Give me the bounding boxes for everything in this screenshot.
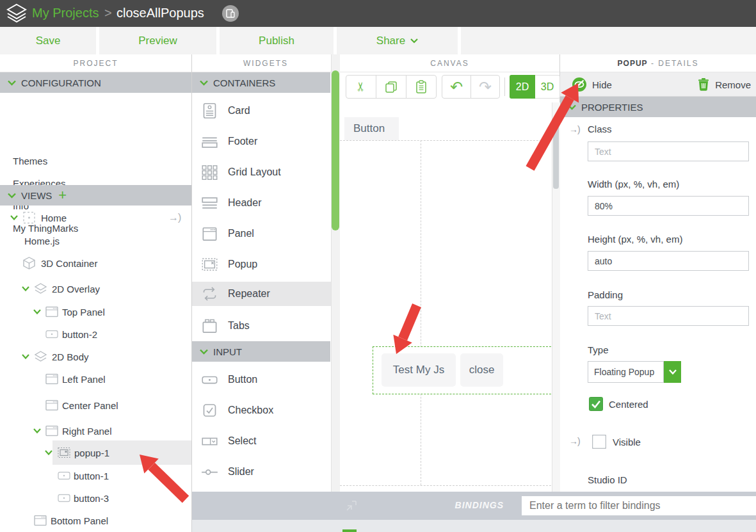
hide-button[interactable]: Hide <box>572 72 612 97</box>
breadcrumb-separator: > <box>104 6 112 20</box>
bindings-sub-strip <box>192 520 756 532</box>
chevron-down-icon[interactable] <box>45 450 52 455</box>
app-window: My Projects > closeAllPopups Save Previe… <box>0 0 756 532</box>
section-properties[interactable]: PROPERTIES <box>560 97 756 117</box>
nav-item-themes[interactable]: Themes <box>0 150 191 172</box>
canvas-close-button[interactable]: close <box>460 353 503 387</box>
widget-grid-layout[interactable]: Grid Layout <box>192 161 339 183</box>
layers-icon <box>34 351 47 362</box>
device-preview-icon[interactable] <box>222 5 239 22</box>
popup-widget-icon <box>201 256 218 273</box>
chevron-down-icon <box>200 80 208 86</box>
visible-checkbox[interactable]: Visible <box>592 435 695 449</box>
breadcrumb-my-projects[interactable]: My Projects <box>32 6 99 20</box>
panel-icon <box>45 374 58 385</box>
padding-input[interactable] <box>588 306 749 326</box>
bindings-filter-input[interactable] <box>522 496 756 515</box>
tree-item-2d-body[interactable]: 2D Body <box>0 346 191 367</box>
section-input[interactable]: INPUT <box>192 341 330 362</box>
breadcrumb-project-title: closeAllPopups <box>117 6 204 20</box>
button-icon <box>45 330 58 339</box>
remove-button[interactable]: Remove <box>696 72 751 97</box>
undo-button[interactable]: ↶ <box>442 75 471 99</box>
widget-checkbox[interactable]: Checkbox <box>192 399 339 421</box>
tree-item-top-panel[interactable]: Top Panel <box>0 301 191 323</box>
chevron-down-icon[interactable] <box>22 354 29 359</box>
mode-3d-button[interactable]: 3D <box>535 75 560 99</box>
details-title-suffix: - DETAILS <box>651 59 698 68</box>
tree-item-home[interactable]: Home →) <box>0 207 191 229</box>
widget-card[interactable]: Card <box>192 100 339 122</box>
type-label: Type <box>588 344 609 355</box>
widget-button[interactable]: Button <box>192 369 339 391</box>
width-input[interactable] <box>588 196 749 216</box>
widget-select[interactable]: Select <box>192 430 339 452</box>
tree-item-left-panel[interactable]: Left Panel <box>0 368 191 390</box>
tree-item-home-js[interactable]: Home.js <box>0 230 191 252</box>
layout-guide-vertical <box>421 140 421 485</box>
section-views[interactable]: VIEWS + <box>0 185 191 206</box>
tree-item-center-panel[interactable]: Center Panel <box>0 394 191 416</box>
tree-item-popup-1-selected[interactable]: popup-1 <box>0 440 191 465</box>
tree-item-button-2[interactable]: button-2 <box>0 323 191 345</box>
redo-button[interactable]: ↷ <box>470 75 500 99</box>
tree-item-bottom-panel[interactable]: Bottom Panel <box>0 510 191 531</box>
tabs-widget-icon <box>201 318 218 335</box>
button-widget-icon <box>201 371 218 389</box>
chevron-down-icon[interactable] <box>33 428 41 433</box>
tree-item-button-1[interactable]: button-1 <box>0 465 191 487</box>
footer-widget-icon <box>201 133 218 150</box>
grid-layout-widget-icon <box>201 164 218 181</box>
paste-button[interactable] <box>406 75 437 99</box>
type-select[interactable]: Floating Popup <box>588 361 681 383</box>
widgets-scrollbar-thumb[interactable] <box>332 70 339 230</box>
centered-checkbox[interactable]: Centered <box>589 397 691 411</box>
tree-item-right-panel[interactable]: Right Panel <box>0 420 191 442</box>
navigate-icon[interactable]: →) <box>168 212 181 223</box>
tree-item-3d-container[interactable]: 3D Container <box>0 252 191 274</box>
canvas-button-widget[interactable]: Button <box>344 117 399 140</box>
canvas-panel-title: CANVAS <box>340 54 559 72</box>
cut-button[interactable]: ✂ <box>346 75 376 99</box>
add-view-button[interactable]: + <box>58 187 67 204</box>
binding-arrow-icon[interactable]: →) <box>569 124 580 134</box>
widget-repeater[interactable]: Repeater <box>192 282 339 306</box>
preview-button[interactable]: Preview <box>99 27 216 54</box>
widget-tabs[interactable]: Tabs <box>192 315 339 337</box>
type-select-dropdown-button[interactable] <box>664 361 681 383</box>
section-configuration[interactable]: CONFIGURATION <box>0 72 191 93</box>
trash-icon <box>696 77 711 92</box>
share-button[interactable]: Share <box>337 27 458 54</box>
publish-label: Publish <box>259 35 294 47</box>
widget-popup[interactable]: Popup <box>192 254 339 275</box>
chevron-down-icon[interactable] <box>33 309 41 314</box>
chevron-down-icon[interactable] <box>10 215 18 220</box>
bindings-bar: BINDINGS <box>192 492 756 520</box>
widget-slider[interactable]: Slider <box>192 461 339 483</box>
widget-header[interactable]: Header <box>192 192 339 214</box>
mode-2d-button[interactable]: 2D <box>510 75 535 99</box>
popup-icon <box>58 447 70 458</box>
tree-item-button-3[interactable]: button-3 <box>0 487 191 509</box>
save-label: Save <box>36 35 61 47</box>
canvas-test-my-js-button[interactable]: Test My Js <box>382 353 456 387</box>
save-button[interactable]: Save <box>0 27 96 54</box>
height-input[interactable] <box>588 251 749 271</box>
section-containers[interactable]: CONTAINERS <box>192 72 330 93</box>
binding-arrow-icon[interactable]: →) <box>569 436 580 446</box>
copy-button[interactable] <box>376 75 406 99</box>
publish-button[interactable]: Publish <box>220 27 334 54</box>
checkbox-checked-icon <box>589 397 603 411</box>
toolbar-spacer <box>461 27 756 54</box>
widget-footer[interactable]: Footer <box>192 131 339 152</box>
canvas-scrollbar-thumb[interactable] <box>553 117 559 189</box>
layout-guide-horizontal <box>340 140 554 141</box>
expand-bindings-icon[interactable] <box>346 500 357 512</box>
widget-panel[interactable]: Panel <box>192 223 339 245</box>
tree-item-2d-overlay[interactable]: 2D Overlay <box>0 278 191 300</box>
card-widget-icon <box>201 102 218 120</box>
canvas-popup-widget-selected[interactable]: Test My Js close <box>373 346 554 394</box>
chevron-down-icon[interactable] <box>22 286 29 291</box>
class-input[interactable] <box>588 141 749 161</box>
project-panel: PROJECT CONFIGURATION Themes Experiences… <box>0 54 192 532</box>
